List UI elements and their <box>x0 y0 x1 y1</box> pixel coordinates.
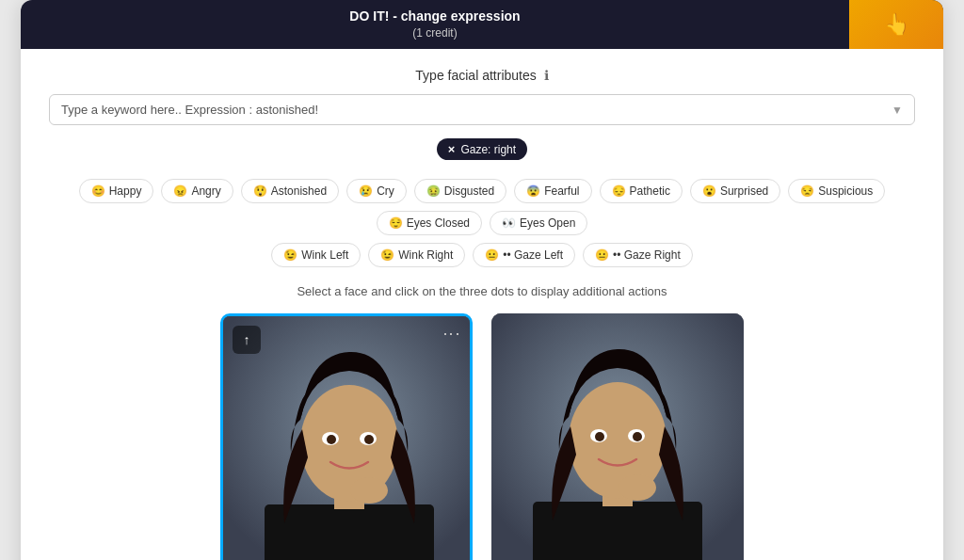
expression-tags-row1: 😊 Happy 😠 Angry 😲 Astonished 😢 Cry 🤢 Dis… <box>49 179 915 235</box>
label-gaze-right: •• Gaze Right <box>613 248 681 262</box>
emoji-eyes-open: 👀 <box>502 216 516 230</box>
keyword-input-row: ▼ <box>49 94 915 125</box>
svg-point-7 <box>327 435 336 444</box>
label-eyes-closed: Eyes Closed <box>407 216 470 230</box>
label-eyes-open: Eyes Open <box>520 216 575 230</box>
image-card-2[interactable] <box>491 313 744 560</box>
instruction-text: Select a face and click on the three dot… <box>49 284 915 298</box>
person-svg-2 <box>491 313 744 560</box>
tag-gaze-right[interactable]: 😐 •• Gaze Right <box>583 243 693 267</box>
tag-cry[interactable]: 😢 Cry <box>346 179 407 203</box>
label-happy: Happy <box>109 184 142 198</box>
top-bar: DO IT! - change expression (1 credit) 👆 <box>21 0 943 49</box>
images-row: ↑ ⋮ <box>49 313 915 560</box>
keyword-input[interactable] <box>61 103 892 117</box>
remove-tag-button[interactable]: × <box>448 142 456 156</box>
tag-fearful[interactable]: 😨 Fearful <box>514 179 591 203</box>
do-it-button[interactable]: 👆 <box>849 0 943 49</box>
label-cry: Cry <box>377 184 394 198</box>
image-container-2 <box>491 313 744 560</box>
svg-point-19 <box>619 474 656 501</box>
svg-point-17 <box>595 432 604 441</box>
emoji-fearful: 😨 <box>526 184 540 198</box>
label-wink-left: Wink Left <box>301 248 348 262</box>
person-svg-1 <box>223 316 473 560</box>
label-wink-right: Wink Right <box>398 248 453 262</box>
label-suspicious: Suspicious <box>818 184 873 198</box>
credit-label: (1 credit) <box>412 25 457 41</box>
emoji-gaze-left: 😐 <box>485 248 499 262</box>
active-tag-label: Gaze: right <box>460 143 516 156</box>
tag-eyes-open[interactable]: 👀 Eyes Open <box>490 211 587 235</box>
tag-surprised[interactable]: 😮 Surprised <box>690 179 780 203</box>
svg-point-9 <box>350 477 388 504</box>
label-gaze-left: •• Gaze Left <box>503 248 563 262</box>
svg-point-8 <box>364 435 374 444</box>
tag-gaze-left[interactable]: 😐 •• Gaze Left <box>473 243 575 267</box>
tag-pathetic[interactable]: 😔 Pathetic <box>600 179 683 203</box>
tag-eyes-closed[interactable]: 😌 Eyes Closed <box>377 211 482 235</box>
tag-angry[interactable]: 😠 Angry <box>161 179 233 203</box>
emoji-gaze-right: 😐 <box>595 248 609 262</box>
svg-rect-2 <box>265 504 434 560</box>
tag-disgusted[interactable]: 🤢 Disgusted <box>414 179 506 203</box>
emoji-pathetic: 😔 <box>612 184 626 198</box>
image-container-1: ↑ ⋮ <box>223 316 470 560</box>
emoji-wink-right: 😉 <box>380 248 394 262</box>
emoji-angry: 😠 <box>173 184 187 198</box>
content-area: Type facial attributes ℹ ▼ × Gaze: right… <box>21 49 943 560</box>
gaze-tags-row: 😉 Wink Left 😉 Wink Right 😐 •• Gaze Left … <box>49 243 915 267</box>
emoji-wink-left: 😉 <box>283 248 297 262</box>
label-angry: Angry <box>191 184 220 198</box>
label-disgusted: Disgusted <box>444 184 494 198</box>
dropdown-arrow-icon[interactable]: ▼ <box>892 104 903 117</box>
active-tags-row: × Gaze: right <box>49 138 915 173</box>
top-bar-title: DO IT! - change expression (1 credit) <box>21 0 849 49</box>
emoji-astonished: 😲 <box>253 184 267 198</box>
emoji-suspicious: 😒 <box>800 184 814 198</box>
emoji-eyes-closed: 😌 <box>389 216 403 230</box>
label-fearful: Fearful <box>544 184 579 198</box>
svg-rect-12 <box>533 502 702 560</box>
emoji-cry: 😢 <box>359 184 373 198</box>
tag-wink-right[interactable]: 😉 Wink Right <box>368 243 465 267</box>
active-gaze-tag[interactable]: × Gaze: right <box>437 138 527 160</box>
main-container: DO IT! - change expression (1 credit) 👆 … <box>21 0 943 560</box>
label-pathetic: Pathetic <box>630 184 670 198</box>
tag-wink-left[interactable]: 😉 Wink Left <box>271 243 361 267</box>
three-dots-menu-1[interactable]: ⋮ <box>443 326 460 344</box>
tag-astonished[interactable]: 😲 Astonished <box>241 179 339 203</box>
image-card-1[interactable]: ↑ ⋮ <box>220 313 473 560</box>
section-title: Type facial attributes ℹ <box>49 68 915 83</box>
hand-icon: 👆 <box>884 12 909 37</box>
upload-icon-1[interactable]: ↑ <box>233 326 261 354</box>
tag-happy[interactable]: 😊 Happy <box>79 179 154 203</box>
emoji-surprised: 😮 <box>702 184 716 198</box>
action-title: DO IT! - change expression <box>349 8 520 26</box>
emoji-happy: 😊 <box>91 184 105 198</box>
label-surprised: Surprised <box>720 184 768 198</box>
tag-suspicious[interactable]: 😒 Suspicious <box>788 179 885 203</box>
svg-point-18 <box>633 432 642 441</box>
emoji-disgusted: 🤢 <box>426 184 441 198</box>
info-icon[interactable]: ℹ <box>544 68 549 83</box>
label-astonished: Astonished <box>271 184 327 198</box>
